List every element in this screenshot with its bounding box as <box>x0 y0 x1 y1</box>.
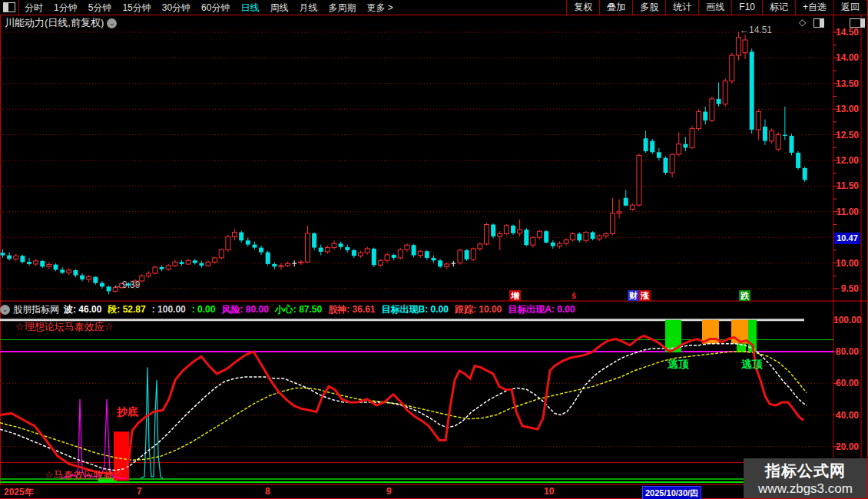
last-price-badge: 10.47 <box>834 233 860 244</box>
candle-body <box>372 249 376 265</box>
date-label-7: 7 <box>137 486 142 497</box>
candle-body <box>750 51 754 130</box>
date-label-2025年: 2025年 <box>4 486 34 499</box>
candle-body <box>743 40 747 53</box>
toolbar-button-多股[interactable]: 多股 <box>632 0 665 15</box>
candle-body <box>206 262 210 266</box>
candle-body <box>577 234 581 241</box>
candle-body <box>325 248 330 252</box>
candle-body <box>524 230 528 245</box>
signal-marker-增: 增 <box>509 290 521 301</box>
candle-body <box>312 233 316 248</box>
price-tick-label: 13.50 <box>833 78 859 89</box>
watermark: 指标公式网 www.zbgs3.com <box>744 458 867 498</box>
candle-body <box>557 243 562 246</box>
candle-body <box>591 233 595 240</box>
signal-label-taoding-1: 逃顶 <box>668 358 689 372</box>
pane-split-icon[interactable] <box>813 18 824 28</box>
chart-title[interactable]: 川能动力(日线,前复权) ⌄ <box>5 16 117 30</box>
indicator-value: 波: 46.00 <box>64 303 101 316</box>
period-tab-60分钟[interactable]: 60分钟 <box>196 1 235 15</box>
candle-body <box>140 276 144 281</box>
candle-body <box>584 233 588 241</box>
candle-body <box>93 277 98 283</box>
candle-body <box>717 99 721 104</box>
signal-marker-跌: 跌 <box>739 290 750 301</box>
indicator-value: 段: 52.87 <box>108 303 145 316</box>
candle-body <box>27 262 31 264</box>
candle-body <box>239 233 244 241</box>
candle-body <box>279 266 283 266</box>
period-tab-15分钟[interactable]: 15分钟 <box>117 1 156 15</box>
candle-body <box>107 286 111 291</box>
toolbar-button-+自选[interactable]: +自选 <box>795 0 833 15</box>
candle-body <box>471 249 475 259</box>
candle-body <box>40 261 45 266</box>
low-annotation: ←9.39 <box>113 279 140 290</box>
period-tab-更多 >[interactable]: 更多 > <box>361 1 398 15</box>
candle-body <box>624 198 628 206</box>
toolbar-button-统计[interactable]: 统计 <box>665 0 698 15</box>
candle-body <box>160 267 164 269</box>
date-label-10: 10 <box>544 486 554 497</box>
candle-body <box>564 240 568 244</box>
candle-body <box>60 269 65 273</box>
period-tab-30分钟[interactable]: 30分钟 <box>157 1 196 15</box>
toolbar-button-画线[interactable]: 画线 <box>698 0 731 15</box>
candle-body <box>697 112 701 129</box>
indicator-header[interactable]: ⌄ 股朋指标网 波: 46.00段: 52.87: 100.00: 0.00风险… <box>0 302 833 317</box>
candle-body <box>153 267 157 273</box>
indicator-tick-label: 20.00 <box>833 441 859 452</box>
candle-body <box>657 152 661 157</box>
candle-body <box>770 131 774 140</box>
candle-body <box>617 212 621 213</box>
watermark-title: 指标公式网 <box>765 461 846 481</box>
candle-body <box>571 234 575 240</box>
chevron-down-icon[interactable]: ⌄ <box>107 18 117 28</box>
candle-body <box>219 250 224 258</box>
indicator-name: 股朋指标网 <box>13 303 59 316</box>
indicator-value: 小心: 87.50 <box>275 303 322 316</box>
period-tab-日线[interactable]: 日线 <box>235 1 264 15</box>
candle-body <box>544 231 548 243</box>
period-tab-多周期[interactable]: 多周期 <box>323 1 361 15</box>
candle-body <box>604 234 608 236</box>
candle-body <box>73 270 78 276</box>
period-tab-1分钟[interactable]: 1分钟 <box>48 1 83 15</box>
chart-canvas[interactable] <box>0 0 868 499</box>
window-split-icon[interactable] <box>3 2 15 12</box>
price-tick-label: 11.00 <box>833 207 859 217</box>
candle-body <box>796 153 800 168</box>
diamond-icon[interactable]: ◇ <box>799 17 806 28</box>
high-annotation: ←14.51 <box>740 25 772 35</box>
candle-body <box>551 243 555 246</box>
indicator-tick-label: 60.00 <box>833 378 859 388</box>
candle-body <box>803 168 807 180</box>
candle-body <box>412 245 416 255</box>
indicator-value: : 0.00 <box>192 304 216 315</box>
toolbar-button-返回[interactable]: 返回 <box>833 0 866 15</box>
indicator-value: : 100.00 <box>152 304 186 315</box>
candle-body <box>783 135 787 136</box>
toolbar-button-叠加[interactable]: 叠加 <box>599 0 632 15</box>
candle-body <box>710 99 714 121</box>
candle-body <box>292 263 297 264</box>
candle-body <box>538 231 542 237</box>
candle-body <box>703 112 707 121</box>
candle-body <box>1 253 5 255</box>
chevron-circle-icon[interactable]: ⌄ <box>0 305 10 315</box>
candle-body <box>392 255 396 258</box>
period-tab-分时[interactable]: 分时 <box>19 1 48 15</box>
toolbar-button-复权[interactable]: 复权 <box>566 0 599 15</box>
top-toolbar: 分时1分钟5分钟15分钟30分钟60分钟日线周线月线多周期更多 > 复权叠加多股… <box>0 0 866 15</box>
candle-body <box>345 247 350 250</box>
period-tab-5分钟[interactable]: 5分钟 <box>83 1 118 15</box>
signal-marker-ŝ: ŝ <box>570 290 578 301</box>
toolbar-button-标记[interactable]: 标记 <box>762 0 795 15</box>
candle-body <box>146 273 151 276</box>
toolbar-button-F10[interactable]: F10 <box>731 0 762 15</box>
period-tab-周线[interactable]: 周线 <box>264 1 293 15</box>
period-tab-月线[interactable]: 月线 <box>293 1 323 15</box>
candle-body <box>199 263 204 266</box>
candle-body <box>458 250 462 263</box>
